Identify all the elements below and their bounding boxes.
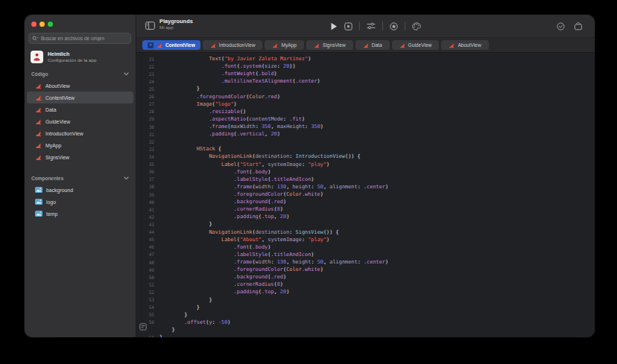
code-line[interactable]: 31 .padding(.vertical, 20) [136,130,595,138]
toolbar-divider [405,22,405,31]
close-tab-icon[interactable]: × [148,42,154,48]
sidebar-item-myapp[interactable]: MyApp [27,139,133,151]
code-line[interactable]: 39 .foregroundColor(Color.white) [136,191,595,198]
code-line[interactable]: 47 .labelStyle(.titleAndIcon) [136,251,595,258]
sidebar-item-label: ContentView [45,95,75,100]
search-placeholder: Buscar en archivos de origen [41,36,104,41]
preview-in-window-icon[interactable] [344,22,352,31]
close-window-button[interactable] [31,22,37,27]
code-line[interactable]: 53 } [136,296,595,304]
line-number: 41 [136,207,159,212]
code-line[interactable]: 21 Text("by Javier Zaleta Martínez") [136,55,595,63]
code-line[interactable]: } [136,326,595,333]
tab-guideview[interactable]: GuideView [392,40,440,50]
code-line[interactable]: 55 } [136,311,595,319]
code-line[interactable]: 48 .frame(width: 130, height: 50, alignm… [136,258,595,266]
code-line[interactable]: 54 } [136,304,595,311]
code-line[interactable]: 44 NavigationLink(destination: SignsView… [136,229,595,236]
code-line[interactable]: 37 .labelStyle(.titleAndIcon) [136,176,595,183]
code-line[interactable]: 58} [136,333,595,337]
code-line[interactable]: 28 .resizable() [136,108,595,115]
code-line[interactable]: 40 .background(.red) [136,198,595,205]
section-title: Código [31,71,48,77]
code-line[interactable]: 26 .foregroundColor(Color.red) [136,93,595,100]
line-number: 51 [136,282,159,287]
tab-introductionview[interactable]: IntroductionView [203,40,263,50]
sidebar-item-guideview[interactable]: GuideView [27,115,133,127]
sidebar-item-aboutview[interactable]: AboutView [27,80,133,92]
app-subtitle: Configuración de la app [48,57,96,63]
checkmark-circle-icon[interactable] [557,22,565,31]
app-store-bag-icon[interactable] [574,22,583,31]
code-line[interactable]: 56 .offset(y: -50) [136,319,595,326]
sliders-icon[interactable] [367,22,376,30]
sidebar-item-data[interactable]: Data [27,103,133,115]
code-line[interactable]: 27 Image("logo") [136,100,595,108]
code-line[interactable]: 52 .padding(.top, 20) [136,288,595,296]
swift-file-icon [449,42,455,48]
sidebar-sections: CódigoAboutViewContentViewDataGuideViewI… [25,68,136,220]
code-line[interactable]: 29 .aspectRatio(contentMode: .fit) [136,115,595,123]
code-line[interactable]: 36 .font(.body) [136,168,595,176]
code-text: .resizable() [159,109,246,115]
sidebar-item-label: temp [46,211,57,217]
play-icon[interactable] [330,22,338,31]
code-text: } [159,304,200,310]
tab-aboutview[interactable]: AboutView [441,40,488,50]
minimize-window-button[interactable] [39,22,45,27]
palette-icon[interactable] [412,22,421,31]
code-text: } [159,334,162,337]
sidebar-item-background[interactable]: background [27,184,133,196]
sidebar-item-label: SignsView [45,155,69,160]
swift-file-icon [35,95,42,101]
section-header-componentes[interactable]: Componentes [25,173,136,184]
sidebar-item-temp[interactable]: temp [27,208,133,220]
capabilities-star-icon[interactable] [390,22,398,31]
code-editor[interactable]: 21 Text("by Javier Zaleta Martínez")22 .… [136,53,595,337]
sidebar-toggle-icon[interactable] [145,22,155,30]
code-line[interactable]: 23 .fontWeight(.bold) [136,70,595,77]
code-text: Label("Start", systemImage: "play") [159,162,329,167]
code-line[interactable]: 22 .font(.system(size: 20)) [136,63,595,70]
sidebar-item-contentview[interactable]: ContentView [27,92,133,103]
line-number: 33 [136,147,159,152]
tab-signsview[interactable]: SignsView [306,40,353,50]
code-line[interactable]: 34 NavigationLink(destination: Introduct… [136,153,595,160]
line-number: 26 [136,94,159,99]
sidebar: Buscar en archivos de origen Heimlich Co… [25,15,136,337]
line-number: 35 [136,162,159,167]
code-line[interactable]: 46 .font(.body) [136,243,595,251]
sidebar-item-introductionview[interactable]: IntroductionView [27,127,133,139]
code-line[interactable]: 42 .padding(.top, 20) [136,213,595,220]
code-line[interactable]: 32 [136,138,595,145]
search-input[interactable]: Buscar en archivos de origen [28,33,131,44]
code-line[interactable]: 33 HStack { [136,145,595,153]
tab-contentview[interactable]: ×ContentView [142,40,200,50]
tab-data[interactable]: Data [355,40,390,50]
line-number: 39 [136,192,159,197]
image-asset-icon [35,187,42,193]
code-line[interactable]: 30 .frame(maxWidth: 350, maxHeight: 350) [136,123,595,130]
code-text: } [159,297,212,303]
sidebar-item-app-settings[interactable]: Heimlich Configuración de la app [28,48,131,66]
code-line[interactable]: 35 Label("Start", systemImage: "play") [136,161,595,168]
code-line[interactable]: 43 } [136,220,595,228]
code-line[interactable]: 24 .multilineTextAlignment(.center) [136,77,595,85]
code-structure-icon[interactable] [139,323,147,331]
code-line[interactable]: 25 } [136,85,595,92]
swift-file-icon [35,83,42,89]
code-line[interactable]: 51 .cornerRadius(8) [136,281,595,288]
code-line[interactable]: 50 .background(.red) [136,273,595,281]
code-line[interactable]: 49 .foregroundColor(Color.white) [136,266,595,273]
code-line[interactable]: 45 Label("About", systemImage: "play") [136,236,595,243]
code-text: } [159,327,175,333]
section-header-cdigo[interactable]: Código [25,68,136,80]
sidebar-item-logo[interactable]: logo [27,196,133,208]
sidebar-item-signsview[interactable]: SignsView [27,151,133,163]
tab-myapp[interactable]: MyApp [265,40,304,50]
code-text: .font(.body) [159,169,270,175]
code-line[interactable]: 41 .cornerRadius(8) [136,205,595,213]
tab-label: ContentView [165,42,195,48]
code-line[interactable]: 38 .frame(width: 130, height: 50, alignm… [136,183,595,191]
zoom-window-button[interactable] [48,22,53,27]
